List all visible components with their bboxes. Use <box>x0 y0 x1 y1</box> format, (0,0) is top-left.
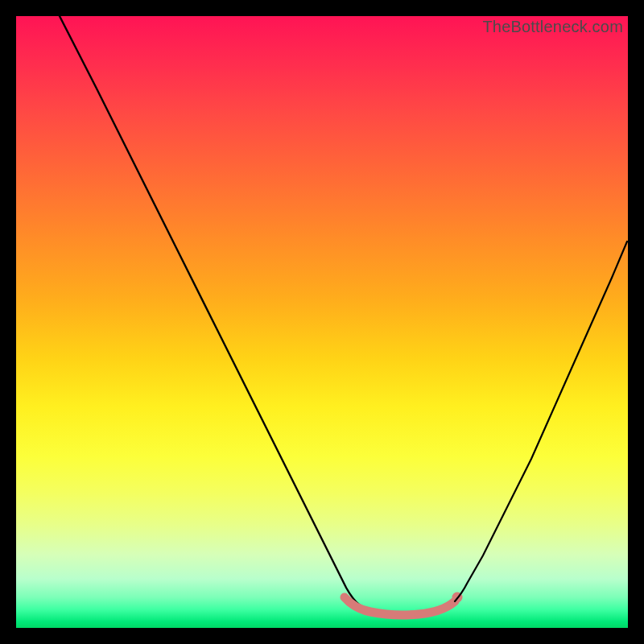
chart-frame: TheBottleneck.com <box>16 16 628 628</box>
left-curve-path <box>60 16 423 617</box>
lip-path <box>345 597 455 615</box>
right-curve-path <box>455 242 627 601</box>
bottleneck-curve <box>16 16 628 628</box>
